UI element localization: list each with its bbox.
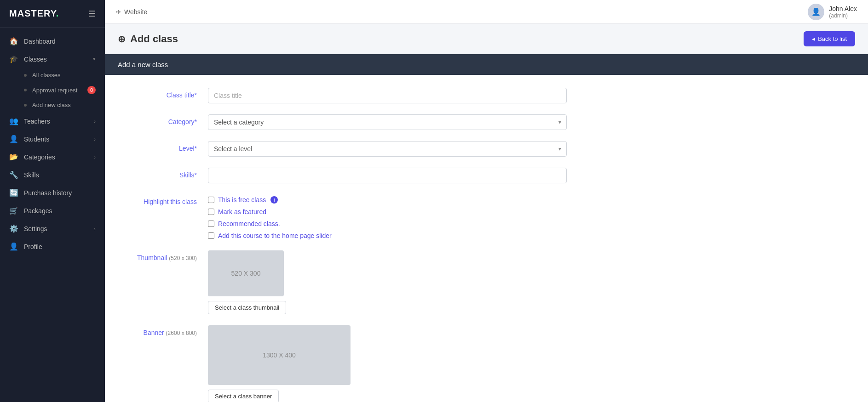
avatar: 👤 [808,4,824,20]
level-select[interactable]: Select a level [208,141,567,157]
website-icon: ✈ [116,8,121,16]
sidebar-item-classes[interactable]: 🎓 Classes ▾ [0,50,105,68]
card-header: Add a new class [105,54,868,75]
skills-control [208,168,567,183]
sidebar-nav: 🏠 Dashboard 🎓 Classes ▾ All classes Appr… [0,28,105,402]
skills-label: Skills* [123,168,197,179]
categories-icon: 📂 [9,153,18,161]
sidebar-item-skills[interactable]: 🔧 Skills [0,166,105,184]
class-title-label: Class title* [123,88,197,99]
sidebar-item-dashboard[interactable]: 🏠 Dashboard [0,32,105,50]
banner-row: Banner (2600 x 800) 1300 X 400 Select a … [123,325,850,402]
skills-input[interactable] [208,168,567,183]
homepage-slider-checkbox[interactable] [208,232,214,239]
homepage-slider-label: Add this course to the home page slider [218,232,332,239]
website-label: Website [124,8,147,16]
class-title-control [208,88,567,103]
highlight-control: This is free class i Mark as featured Re… [208,194,567,239]
banner-control: 1300 X 400 Select a class banner [208,325,567,402]
class-title-input[interactable] [208,88,567,103]
select-banner-button[interactable]: Select a class banner [208,390,279,402]
sidebar-subitem-add-new-class[interactable]: Add new class [0,98,105,112]
hamburger-icon[interactable]: ☰ [88,9,96,19]
sidebar-subitem-all-classes[interactable]: All classes [0,68,105,82]
page-header: ⊕ Add class ◂ Back to list [105,24,868,54]
free-class-checkbox[interactable] [208,197,214,203]
website-link[interactable]: ✈ Website [116,8,147,16]
logo-text: MASTERY. [9,8,59,19]
class-title-row: Class title* [123,88,850,103]
form-card: Add a new class Class title* Category* [105,54,868,402]
sidebar-item-categories[interactable]: 📂 Categories › [0,148,105,166]
dot-icon [24,74,27,77]
thumbnail-row: Thumbnail (520 x 300) 520 X 300 Select a… [123,250,850,314]
select-thumbnail-button[interactable]: Select a class thumbnail [208,301,286,314]
logo-dot: . [56,8,59,18]
sidebar-item-teachers[interactable]: 👥 Teachers › [0,112,105,130]
level-row: Level* Select a level ▾ [123,141,850,157]
sidebar-item-packages[interactable]: 🛒 Packages [0,202,105,220]
dashboard-icon: 🏠 [9,37,18,45]
sidebar-item-settings[interactable]: ⚙️ Settings › [0,220,105,238]
topbar-user: 👤 John Alex (admin) [808,4,857,20]
info-icon[interactable]: i [270,196,278,204]
mark-featured-checkbox[interactable] [208,209,214,215]
topbar: ✈ Website 👤 John Alex (admin) [105,0,868,24]
sidebar-item-label: Settings [24,225,47,232]
sidebar-item-profile[interactable]: 👤 Profile [0,238,105,255]
sidebar-subitem-label: Add new class [32,102,71,108]
sidebar-item-label: Classes [24,56,47,63]
sidebar-subitem-label: Approval request [32,87,77,94]
sidebar-item-purchase-history[interactable]: 🔄 Purchase history [0,184,105,202]
sidebar-item-label: Packages [24,207,52,215]
user-role: (admin) [829,12,857,19]
chevron-right-icon: › [94,136,96,142]
main-content: ✈ Website 👤 John Alex (admin) ⊕ Add clas… [105,0,868,402]
banner-size-label: (2600 x 800) [166,330,197,336]
chevron-right-icon: › [94,226,96,232]
profile-icon: 👤 [9,242,18,251]
recommended-checkbox[interactable] [208,221,214,227]
back-to-list-button[interactable]: ◂ Back to list [804,31,855,46]
category-label: Category* [123,114,197,125]
dot-icon [24,89,27,91]
settings-icon: ⚙️ [9,224,18,233]
mark-featured-label: Mark as featured [218,208,266,215]
teachers-icon: 👥 [9,117,18,125]
approval-badge: 0 [87,86,96,94]
chevron-right-icon: › [94,119,96,124]
back-icon: ◂ [812,35,815,42]
thumbnail-control: 520 X 300 Select a class thumbnail [208,250,567,314]
user-name: John Alex [829,5,857,12]
level-control: Select a level ▾ [208,141,567,157]
thumbnail-size-label: (520 x 300) [169,255,197,261]
category-row: Category* Select a category ▾ [123,114,850,130]
sidebar: MASTERY. ☰ 🏠 Dashboard 🎓 Classes ▾ All c… [0,0,105,402]
sidebar-logo: MASTERY. ☰ [0,0,105,28]
sidebar-item-label: Skills [24,171,39,179]
recommended-label: Recommended class. [218,220,280,227]
highlight-label: Highlight this class [123,194,197,205]
skills-row: Skills* [123,168,850,183]
skills-icon: 🔧 [9,170,18,179]
recommended-checkbox-item[interactable]: Recommended class. [208,220,567,227]
sidebar-item-label: Students [24,136,49,143]
category-select-wrapper: Select a category ▾ [208,114,567,130]
free-class-checkbox-item[interactable]: This is free class i [208,196,567,204]
sidebar-item-label: Teachers [24,118,50,125]
sidebar-item-students[interactable]: 👤 Students › [0,130,105,148]
free-class-label: This is free class [218,196,266,204]
classes-icon: 🎓 [9,55,18,63]
dot-icon [24,104,27,107]
page-title: ⊕ Add class [118,33,178,45]
sidebar-item-label: Profile [24,243,42,250]
thumbnail-label: Thumbnail (520 x 300) [123,250,197,261]
sidebar-item-label: Categories [24,153,55,161]
homepage-slider-checkbox-item[interactable]: Add this course to the home page slider [208,232,567,239]
sidebar-subitem-approval-request[interactable]: Approval request 0 [0,82,105,98]
level-label: Level* [123,141,197,152]
category-select[interactable]: Select a category [208,114,567,130]
content-area: Add a new class Class title* Category* [105,54,868,402]
sidebar-item-label: Dashboard [24,38,56,45]
mark-featured-checkbox-item[interactable]: Mark as featured [208,208,567,215]
